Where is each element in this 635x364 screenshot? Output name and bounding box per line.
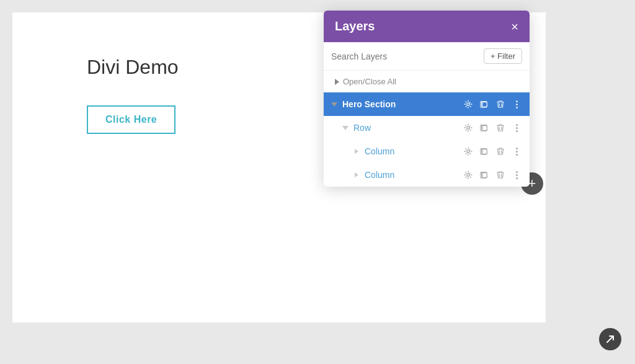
layer-item-row[interactable]: Row	[324, 116, 530, 140]
layer-actions-hero	[461, 97, 523, 111]
delete-col1-icon[interactable]	[494, 144, 507, 158]
layers-search-input[interactable]	[331, 51, 479, 61]
duplicate-col1-icon[interactable]	[477, 144, 491, 158]
three-dots-row	[516, 124, 518, 132]
layers-panel: Layers × + Filter Open/Close All Hero Se…	[324, 11, 530, 187]
chevron-right-icon	[335, 79, 339, 85]
more-row-icon[interactable]	[510, 121, 523, 135]
layer-actions-row	[461, 121, 523, 135]
layer-item-hero-section[interactable]: Hero Section	[324, 92, 530, 116]
delete-col2-icon[interactable]	[494, 168, 507, 182]
expand-toggle-col2-icon[interactable]	[352, 171, 361, 179]
layer-label-hero-section: Hero Section	[342, 99, 458, 109]
layers-panel-header: Layers ×	[324, 11, 530, 42]
duplicate-col2-icon[interactable]	[477, 168, 491, 182]
corner-action-icon[interactable]	[599, 328, 621, 350]
layers-panel-title: Layers	[335, 19, 375, 33]
layers-search-bar: + Filter	[324, 42, 530, 71]
more-col2-icon[interactable]	[510, 168, 523, 182]
layer-label-column-1: Column	[365, 146, 458, 156]
click-here-button[interactable]: Click Here	[87, 105, 175, 134]
duplicate-icon[interactable]	[477, 97, 491, 111]
expand-toggle-row-icon[interactable]	[341, 123, 350, 132]
three-dots-col2	[516, 171, 518, 179]
chevron-right-col1-icon	[355, 149, 358, 154]
layer-item-column-2[interactable]: Column	[324, 163, 530, 187]
layer-label-column-2: Column	[365, 170, 458, 180]
three-dots-menu	[516, 100, 518, 109]
layers-close-button[interactable]: ×	[511, 20, 518, 33]
more-options-icon[interactable]	[510, 97, 523, 111]
open-close-all[interactable]: Open/Close All	[324, 71, 530, 92]
delete-icon[interactable]	[494, 97, 507, 111]
expand-toggle-col1-icon[interactable]	[352, 147, 361, 156]
duplicate-row-icon[interactable]	[477, 121, 491, 135]
layers-filter-button[interactable]: + Filter	[484, 48, 522, 64]
layer-label-row: Row	[353, 123, 458, 133]
chevron-right-col2-icon	[355, 172, 358, 177]
open-close-label: Open/Close All	[343, 77, 396, 86]
expand-toggle-icon[interactable]	[330, 100, 339, 109]
layer-actions-col1	[461, 144, 523, 158]
three-dots-col1	[516, 148, 518, 156]
canvas-title: Divi Demo	[87, 56, 179, 79]
settings-icon[interactable]	[461, 97, 475, 111]
delete-row-icon[interactable]	[494, 121, 507, 135]
layer-item-column-1[interactable]: Column	[324, 140, 530, 163]
settings-col2-icon[interactable]	[461, 168, 475, 182]
more-col1-icon[interactable]	[510, 144, 523, 158]
settings-row-icon[interactable]	[461, 121, 475, 135]
settings-col1-icon[interactable]	[461, 144, 475, 158]
chevron-down-icon	[331, 102, 337, 107]
layer-actions-col2	[461, 168, 523, 182]
chevron-down-row-icon	[342, 126, 349, 130]
